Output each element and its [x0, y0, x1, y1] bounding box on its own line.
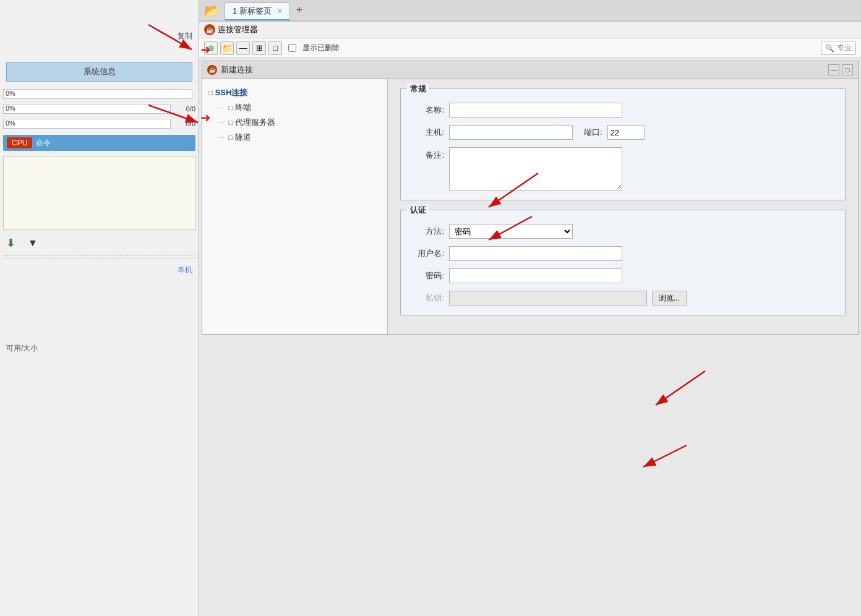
- expand-icon-terminal: □: [228, 104, 233, 111]
- tree-item-terminal[interactable]: ···· □ 终端: [205, 100, 384, 115]
- search-box[interactable]: 🔍 专业: [821, 41, 856, 55]
- dialog-maximize-btn[interactable]: □: [842, 64, 853, 75]
- tree-item-terminal-label: 终端: [235, 102, 251, 113]
- tree-item-tunnel-label: 隧道: [235, 132, 251, 143]
- auth-section: 认证 方法: 密码 公钥 键盘交互 GSSAPI 用户名:: [400, 210, 846, 315]
- java-icon-dialog: ☕: [207, 65, 217, 75]
- connection-form: 常规 名称: 主机: 端口: 备注:: [388, 79, 858, 334]
- new-folder-btn[interactable]: 📁: [220, 41, 234, 55]
- down-arrow-2: ▼: [28, 237, 38, 249]
- search-icon: 🔍: [825, 44, 834, 53]
- main-area: 📂 1 新标签页 × + ☕ 连接管理器 ⊕ 📁 — ⊞ □ 显示已删除 🔍 专…: [199, 0, 861, 616]
- connection-tree: □ SSH连接 ···· □ 终端 ···· □ 代理服务器 ····: [202, 79, 388, 334]
- dialog-titlebar: ☕ 新建连接 — □: [202, 61, 858, 79]
- toolbar-actions: ⊕ 📁 — ⊞ □ 显示已删除 🔍 专业: [199, 38, 861, 58]
- remark-label: 备注:: [410, 150, 444, 161]
- dotted-line-1: ····: [218, 105, 225, 111]
- auth-section-title: 认证: [407, 205, 429, 216]
- delete-btn[interactable]: —: [236, 41, 250, 55]
- stat-row-1: 0%: [3, 88, 195, 100]
- chart-area: [3, 156, 195, 230]
- browse-button[interactable]: 浏览...: [652, 291, 687, 306]
- dialog-title-buttons: — □: [828, 64, 853, 75]
- tab-1[interactable]: 1 新标签页 ×: [225, 2, 290, 20]
- privatekey-row: 私钥: 浏览...: [410, 291, 836, 306]
- dialog-title: 新建连接: [221, 64, 253, 75]
- tree-item-ssh[interactable]: □ SSH连接: [205, 85, 384, 100]
- down-arrow-1: ⬇: [6, 236, 15, 250]
- name-input[interactable]: [449, 103, 622, 118]
- tab-add-button[interactable]: +: [291, 4, 308, 19]
- stat-value-3: 0/0: [174, 120, 195, 127]
- expand-icon-proxy: □: [228, 119, 233, 126]
- remark-input[interactable]: [449, 147, 622, 190]
- stat-label-2: 0%: [4, 105, 15, 112]
- general-section: 常规 名称: 主机: 端口: 备注:: [400, 88, 846, 200]
- tree-item-proxy-label: 代理服务器: [235, 117, 275, 128]
- method-label: 方法:: [410, 226, 444, 237]
- show-deleted-label: 显示已删除: [302, 43, 340, 53]
- remark-row: 备注:: [410, 147, 836, 190]
- tab-1-close[interactable]: ×: [278, 7, 282, 15]
- duplicate-btn[interactable]: ⊞: [252, 41, 266, 55]
- username-input[interactable]: [449, 246, 622, 261]
- dotted-line-2: ····: [218, 119, 225, 126]
- expand-icon-tunnel: □: [228, 134, 233, 141]
- username-row: 用户名:: [410, 246, 836, 261]
- port-label: 端口:: [584, 127, 602, 138]
- tab-1-label: 1 新标签页: [233, 6, 272, 17]
- stats-section: 0% 0% 0/0 0% 0/0: [0, 88, 199, 130]
- cpu-label: CPU: [7, 137, 32, 148]
- stat-value-2: 0/0: [174, 105, 195, 113]
- toolbar-connection-manager: ☕ 连接管理器: [199, 22, 861, 38]
- stat-row-2: 0% 0/0: [3, 103, 195, 115]
- stat-label-1: 0%: [4, 90, 15, 97]
- copy-button[interactable]: 复制: [178, 31, 192, 41]
- dotted-line-3: ····: [218, 134, 225, 141]
- method-select[interactable]: 密码 公钥 键盘交互 GSSAPI: [449, 224, 573, 239]
- tree-item-ssh-label: SSH连接: [215, 87, 248, 98]
- privatekey-input[interactable]: [449, 291, 647, 306]
- expand-icon-ssh: □: [208, 89, 213, 96]
- port-input[interactable]: [607, 125, 645, 140]
- tree-item-proxy[interactable]: ···· □ 代理服务器: [205, 115, 384, 130]
- new-connection-btn[interactable]: ⊕: [204, 41, 218, 55]
- name-label: 名称:: [410, 105, 444, 116]
- cmd-label: 命令: [36, 138, 51, 148]
- host-row: 主机: 端口:: [410, 125, 836, 140]
- cpu-cmd-row: CPU 命令: [3, 135, 195, 151]
- search-placeholder: 专业: [837, 43, 852, 53]
- password-input[interactable]: [449, 268, 622, 283]
- dialog-minimize-btn[interactable]: —: [828, 64, 839, 75]
- stat-bar-1: 0%: [3, 89, 192, 99]
- connection-manager-label: 连接管理器: [218, 24, 258, 35]
- avail-size-label: 可用/大小: [6, 344, 38, 353]
- stat-bar-3: 0%: [3, 119, 171, 129]
- arrows-row: ⬇ ▼: [0, 233, 199, 253]
- host-label: 主机:: [410, 127, 444, 138]
- password-row: 密码:: [410, 268, 836, 283]
- name-row: 名称:: [410, 103, 836, 118]
- stat-bar-2: 0%: [3, 104, 171, 114]
- tab-bar: 📂 1 新标签页 × +: [199, 0, 861, 22]
- method-row: 方法: 密码 公钥 键盘交互 GSSAPI: [410, 224, 836, 239]
- square-btn[interactable]: □: [268, 41, 282, 55]
- password-label: 密码:: [410, 270, 444, 281]
- host-input[interactable]: [449, 125, 573, 140]
- show-deleted-checkbox[interactable]: [288, 44, 296, 52]
- new-connection-dialog: ☕ 新建连接 — □ □ SSH连接 ···· □ 终端: [202, 61, 859, 335]
- privatekey-label: 私钥:: [410, 293, 444, 304]
- general-section-title: 常规: [407, 83, 429, 95]
- username-label: 用户名:: [410, 248, 444, 259]
- stat-row-3: 0% 0/0: [3, 118, 195, 130]
- sidebar: ➜ ➜ 复制 系统信息 0% 0% 0/0 0% 0: [0, 0, 199, 616]
- stat-label-3: 0%: [4, 119, 15, 127]
- local-machine-label[interactable]: 本机: [0, 262, 199, 278]
- system-info-button[interactable]: 系统信息: [6, 62, 192, 82]
- tab-folder-icon[interactable]: 📂: [202, 3, 223, 20]
- tree-item-tunnel[interactable]: ···· □ 隧道: [205, 130, 384, 145]
- dialog-content: □ SSH连接 ···· □ 终端 ···· □ 代理服务器 ····: [202, 79, 858, 334]
- java-icon-toolbar1: ☕: [204, 24, 215, 35]
